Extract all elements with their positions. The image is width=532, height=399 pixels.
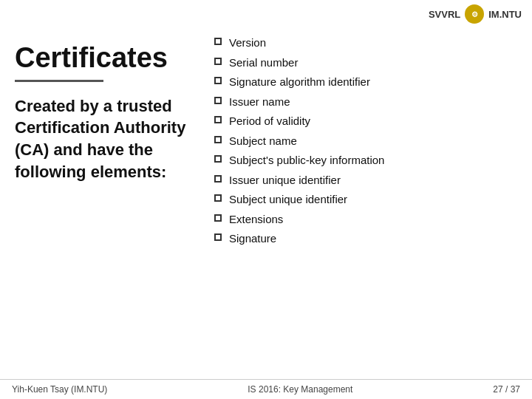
list-item-text: Issuer name <box>229 95 517 109</box>
list-item: Serial number <box>214 55 517 70</box>
list-item-text: Signature algorithm identifier <box>229 75 517 89</box>
bullet-icon <box>214 97 222 104</box>
list-item-text: Version <box>229 35 517 50</box>
bullet-icon <box>214 38 222 45</box>
header: SVVRL ⚙ IM.NTU <box>0 0 532 28</box>
list-item: Signature <box>214 231 517 246</box>
list-item-text: Issuer unique identifier <box>229 173 517 188</box>
list-item: Signature algorithm identifier <box>214 75 517 89</box>
org1-logo: ⚙ <box>465 4 484 24</box>
footer-right: 27 / 37 <box>493 384 520 395</box>
list-item: Issuer unique identifier <box>214 173 517 188</box>
bullet-icon <box>214 155 222 163</box>
page-title: Certificates <box>15 43 192 74</box>
list-item: Issuer name <box>214 95 517 109</box>
list-item: Subject's public-key information <box>214 153 517 168</box>
list-item-text: Signature <box>229 231 517 246</box>
bullet-icon <box>214 214 222 222</box>
list-item: Version <box>214 35 517 50</box>
main-content: Certificates Created by a trusted Certif… <box>0 28 532 374</box>
list-item-text: Serial number <box>229 55 517 70</box>
list-item-text: Subject unique identifier <box>229 192 517 207</box>
left-panel: Certificates Created by a trusted Certif… <box>15 35 207 366</box>
right-panel: VersionSerial numberSignature algorithm … <box>207 35 517 366</box>
bullet-icon <box>214 116 222 123</box>
divider <box>15 80 103 82</box>
org2-label: IM.NTU <box>488 9 522 20</box>
bullet-list: VersionSerial numberSignature algorithm … <box>214 35 517 246</box>
footer-left: Yih-Kuen Tsay (IM.NTU) <box>12 384 107 395</box>
list-item-text: Extensions <box>229 212 517 227</box>
org1-label: SVVRL <box>429 9 460 20</box>
footer: Yih-Kuen Tsay (IM.NTU) IS 2016: Key Mana… <box>0 379 532 399</box>
footer-center: IS 2016: Key Management <box>248 384 352 395</box>
list-item: Period of validity <box>214 114 517 129</box>
bullet-icon <box>214 194 222 202</box>
body-text: Created by a trusted Certification Autho… <box>15 95 192 183</box>
list-item: Subject name <box>214 134 517 149</box>
bullet-icon <box>214 77 222 84</box>
list-item: Extensions <box>214 212 517 227</box>
bullet-icon <box>214 136 222 143</box>
list-item: Subject unique identifier <box>214 192 517 207</box>
list-item-text: Subject name <box>229 134 517 149</box>
bullet-icon <box>214 233 222 241</box>
bullet-icon <box>214 175 222 183</box>
list-item-text: Period of validity <box>229 114 517 129</box>
bullet-icon <box>214 58 222 65</box>
list-item-text: Subject's public-key information <box>229 153 517 168</box>
